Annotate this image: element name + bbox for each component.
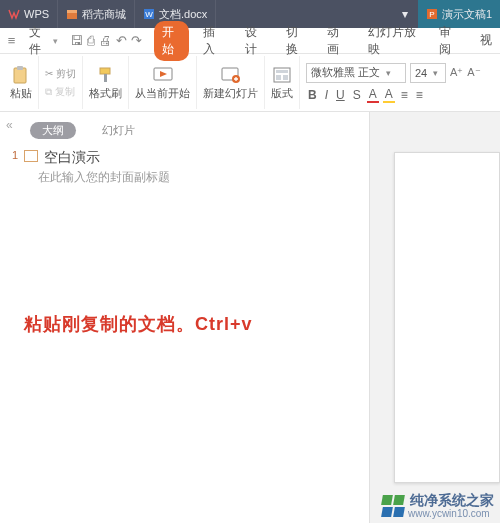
svg-rect-7 [17, 66, 23, 70]
layout-label: 版式 [271, 87, 293, 100]
outline-slide-1[interactable]: 1 空白演示 [0, 143, 369, 169]
save-icon[interactable]: 🖫 [70, 33, 83, 48]
tab-view[interactable]: 视 [472, 29, 500, 52]
svg-rect-16 [276, 75, 281, 80]
menu-icon: ▾ [402, 7, 408, 21]
layout-button[interactable]: 版式 [265, 56, 300, 109]
svg-rect-6 [14, 68, 26, 83]
quick-access-toolbar: 🖫 ⎙ 🖨 ↶ ↷ [64, 33, 148, 48]
paste-group[interactable]: 粘贴 [4, 56, 39, 109]
slide-title: 空白演示 [44, 149, 100, 167]
cut-button[interactable]: ✂ 剪切 [45, 67, 76, 81]
tab-insert[interactable]: 插入 [195, 21, 230, 61]
strike-button[interactable]: S [351, 88, 363, 102]
watermark-logo-icon [382, 495, 404, 517]
svg-text:P: P [429, 10, 434, 19]
tab-animation[interactable]: 动画 [319, 21, 354, 61]
print-preview-icon[interactable]: ⎙ [87, 33, 95, 48]
tab-store-label: 稻壳商城 [82, 7, 126, 22]
wps-logo-icon [8, 8, 20, 20]
copy-button[interactable]: ⧉ 复制 [45, 85, 75, 99]
slide-canvas[interactable] [370, 112, 500, 523]
tab-review[interactable]: 审阅 [431, 21, 466, 61]
font-size-value: 24 [415, 67, 427, 79]
underline-button[interactable]: U [334, 88, 347, 102]
slide-thumb-icon [24, 150, 38, 162]
copy-icon: ⧉ [45, 86, 52, 98]
align-center-icon[interactable]: ≡ [414, 88, 425, 102]
clipboard-small: ✂ 剪切 ⧉ 复制 [39, 56, 83, 109]
file-menu[interactable]: 文件 ▾ [23, 24, 64, 58]
new-slide-label: 新建幻灯片 [203, 87, 258, 100]
from-beginning-label: 从当前开始 [135, 87, 190, 100]
slide-page[interactable] [394, 152, 500, 483]
hamburger-icon: ≡ [8, 33, 16, 48]
layout-icon [271, 65, 293, 85]
slides-tab[interactable]: 幻灯片 [90, 122, 147, 139]
svg-text:W: W [145, 10, 153, 19]
work-area: « 大纲 幻灯片 1 空白演示 在此输入您的封面副标题 粘贴刚复制的文档。Ctr… [0, 112, 500, 523]
watermark-name: 纯净系统之家 [410, 493, 494, 508]
play-icon [152, 65, 174, 85]
chevron-down-icon: ▾ [53, 36, 58, 46]
italic-button[interactable]: I [323, 88, 330, 102]
svg-rect-8 [100, 68, 110, 74]
annotation-text: 粘贴刚复制的文档。Ctrl+v [24, 312, 253, 336]
cut-icon: ✂ [45, 68, 53, 79]
svg-rect-1 [67, 10, 77, 13]
file-label: 文件 [29, 24, 50, 58]
align-left-icon[interactable]: ≡ [399, 88, 410, 102]
word-icon: W [143, 8, 155, 20]
font-name-value: 微软雅黑 正文 [311, 65, 380, 80]
redo-icon[interactable]: ↷ [131, 33, 142, 48]
font-color-button[interactable]: A [367, 87, 379, 103]
chevron-down-icon: ▾ [433, 68, 438, 78]
increase-font-icon[interactable]: A⁺ [450, 66, 463, 79]
cut-label: 剪切 [56, 67, 76, 81]
tab-slideshow[interactable]: 幻灯片放映 [360, 21, 424, 61]
decrease-font-icon[interactable]: A⁻ [467, 66, 480, 79]
svg-rect-0 [67, 12, 77, 19]
tab-design[interactable]: 设计 [237, 21, 272, 61]
print-icon[interactable]: 🖨 [99, 33, 112, 48]
bold-button[interactable]: B [306, 88, 319, 102]
highlight-button[interactable]: A [383, 87, 395, 103]
slide-number: 1 [8, 149, 18, 161]
tab-transition[interactable]: 切换 [278, 21, 313, 61]
app-name: WPS [24, 8, 49, 20]
font-group: 微软雅黑 正文 ▾ 24 ▾ A⁺ A⁻ B I U S A A ≡ ≡ [300, 59, 487, 107]
outline-pane: « 大纲 幻灯片 1 空白演示 在此输入您的封面副标题 粘贴刚复制的文档。Ctr… [0, 112, 370, 523]
ribbon: 粘贴 ✂ 剪切 ⧉ 复制 格式刷 从当前开始 新建幻灯片 版式 [0, 54, 500, 112]
font-name-select[interactable]: 微软雅黑 正文 ▾ [306, 63, 406, 83]
watermark: 纯净系统之家 www.ycwin10.com [382, 493, 494, 519]
tab-store[interactable]: 稻壳商城 [58, 0, 135, 28]
store-icon [66, 8, 78, 20]
ppt-icon: P [426, 8, 438, 20]
collapse-pane-button[interactable]: « [6, 118, 13, 132]
watermark-url: www.ycwin10.com [408, 508, 494, 519]
home-button[interactable]: ≡ [0, 33, 23, 48]
format-painter-button[interactable]: 格式刷 [83, 56, 129, 109]
copy-label: 复制 [55, 85, 75, 99]
chevron-down-icon: ▾ [386, 68, 391, 78]
menu-bar: ≡ 文件 ▾ 🖫 ⎙ 🖨 ↶ ↷ 开始 插入 设计 切换 动画 幻灯片放映 审阅… [0, 28, 500, 54]
font-size-select[interactable]: 24 ▾ [410, 63, 446, 83]
outline-tabs: 大纲 幻灯片 [0, 118, 369, 143]
undo-icon[interactable]: ↶ [116, 33, 127, 48]
svg-rect-17 [283, 75, 288, 80]
new-slide-icon [220, 65, 242, 85]
tab-start[interactable]: 开始 [154, 21, 189, 61]
paste-icon [10, 65, 32, 85]
from-beginning-button[interactable]: 从当前开始 [129, 56, 197, 109]
outline-tab[interactable]: 大纲 [30, 122, 76, 139]
svg-rect-15 [276, 70, 288, 73]
tab-presentation-label: 演示文稿1 [442, 7, 492, 22]
paste-label: 粘贴 [10, 87, 32, 100]
slide-subtitle: 在此输入您的封面副标题 [0, 169, 369, 186]
format-painter-icon [95, 65, 117, 85]
new-slide-button[interactable]: 新建幻灯片 [197, 56, 265, 109]
tab-doc-label: 文档.docx [159, 7, 207, 22]
menu-tabs: 开始 插入 设计 切换 动画 幻灯片放映 审阅 视 [154, 21, 500, 61]
format-painter-label: 格式刷 [89, 87, 122, 100]
svg-rect-9 [104, 74, 107, 82]
